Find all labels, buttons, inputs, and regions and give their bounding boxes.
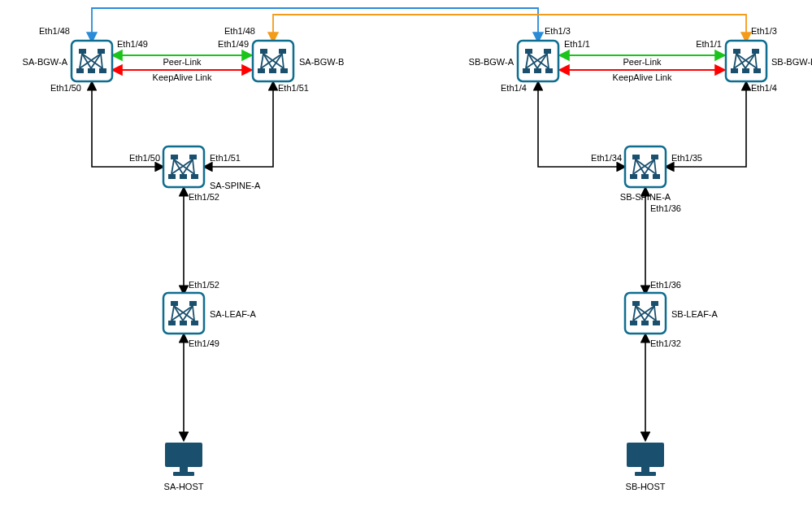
port-sa-spine-left: Eth1/50 [129, 153, 160, 163]
label-sa-keepalive: KeepAlive Link [153, 72, 212, 82]
label-sa-spine-a: SA-SPINE-A [210, 181, 261, 190]
port-sb-bgw-b-top: Eth1/3 [751, 26, 777, 36]
node-sb-leaf-a [625, 293, 666, 334]
port-sb-leaf-bottom: Eth1/32 [650, 338, 681, 348]
label-sb-bgw-b: SB-BGW-B [771, 57, 812, 67]
node-sa-host [165, 443, 202, 476]
port-sb-bgw-b-left: Eth1/1 [696, 39, 722, 49]
node-sa-bgw-b [253, 41, 293, 81]
label-sa-bgw-a: SA-BGW-A [23, 57, 68, 67]
port-sa-bgw-a-right: Eth1/49 [117, 39, 148, 49]
node-sb-spine-a [625, 146, 666, 187]
node-sa-bgw-a [72, 41, 112, 81]
port-sb-bgw-a-top: Eth1/3 [545, 26, 571, 36]
node-sb-host [627, 443, 664, 476]
link-sa-bgw-b-to-sb-bgw-b [273, 15, 746, 41]
link-sa-bgw-a-to-sb-bgw-a [92, 8, 538, 41]
label-sb-bgw-a: SB-BGW-A [469, 57, 515, 67]
node-sa-spine-a [163, 146, 204, 187]
port-sb-spine-bottom: Eth1/36 [650, 203, 681, 213]
port-sa-bgw-b-left: Eth1/49 [218, 39, 249, 49]
port-sa-bgw-b-top: Eth1/48 [224, 26, 255, 36]
port-sb-bgw-b-bottom: Eth1/4 [751, 83, 777, 93]
label-sa-leaf-a: SA-LEAF-A [210, 309, 257, 319]
label-sb-leaf-a: SB-LEAF-A [671, 309, 719, 319]
label-sb-peer: Peer-Link [623, 57, 662, 67]
port-sa-bgw-b-bottom: Eth1/51 [278, 83, 309, 93]
port-sb-spine-left: Eth1/34 [591, 153, 622, 163]
node-sa-leaf-a [163, 293, 204, 334]
label-sb-host: SB-HOST [626, 482, 666, 491]
port-sb-bgw-a-right: Eth1/1 [564, 39, 590, 49]
network-diagram: SA-BGW-A Eth1/48 Eth1/49 Eth1/50 SA-BGW-… [0, 0, 812, 515]
label-sa-host: SA-HOST [164, 482, 204, 491]
label-sb-spine-a: SB-SPINE-A [620, 192, 671, 202]
port-sb-bgw-a-bottom: Eth1/4 [501, 83, 527, 93]
node-sb-bgw-a [518, 41, 558, 81]
node-sb-bgw-b [726, 41, 766, 81]
port-sa-spine-right: Eth1/51 [210, 153, 241, 163]
label-sa-bgw-b: SA-BGW-B [299, 57, 344, 67]
label-sb-keepalive: KeepAlive Link [613, 72, 672, 82]
port-sa-bgw-a-bottom: Eth1/50 [50, 83, 81, 93]
label-sa-peer: Peer-Link [163, 57, 202, 67]
port-sa-leaf-top: Eth1/52 [189, 280, 219, 290]
port-sa-spine-bottom: Eth1/52 [189, 192, 219, 202]
port-sb-leaf-top: Eth1/36 [650, 280, 681, 290]
port-sa-bgw-a-top: Eth1/48 [39, 26, 70, 36]
port-sb-spine-right: Eth1/35 [671, 153, 702, 163]
port-sa-leaf-bottom: Eth1/49 [189, 338, 219, 348]
